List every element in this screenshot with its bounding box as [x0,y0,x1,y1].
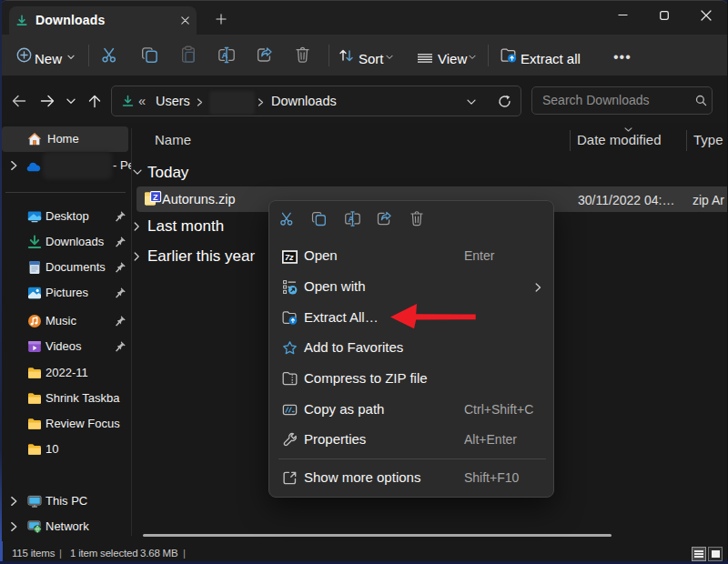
svg-text:A: A [348,215,354,224]
svg-text:Z: Z [153,193,158,202]
svg-text:7z: 7z [285,253,294,262]
